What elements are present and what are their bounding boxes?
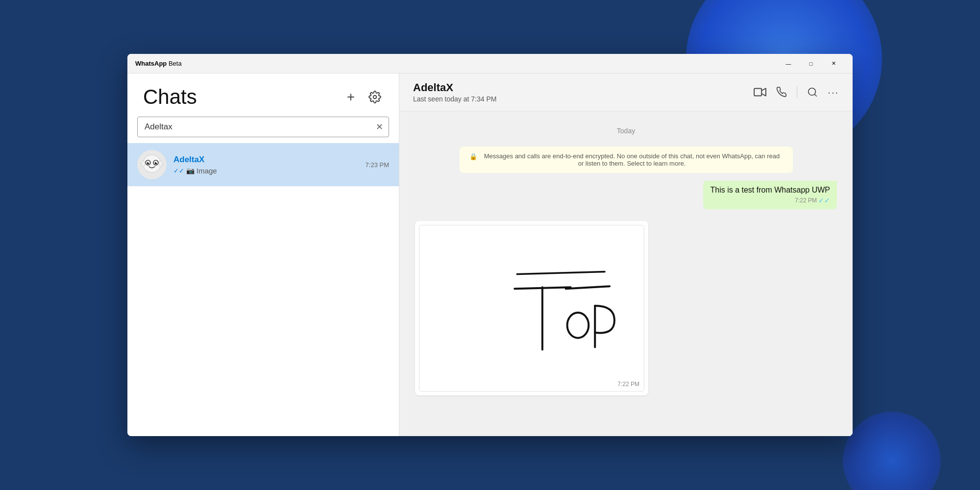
message-read-icon: ✓✓ <box>818 196 830 204</box>
svg-point-0 <box>373 96 377 99</box>
more-icon: ··· <box>828 87 839 98</box>
content-area: Chats + ✕ <box>127 74 853 436</box>
chat-header-name: AdeltaX <box>413 81 754 94</box>
svg-point-8 <box>156 162 157 163</box>
encryption-notice[interactable]: 🔒 Messages and calls are end-to-end encr… <box>460 147 793 173</box>
settings-button[interactable] <box>367 89 383 105</box>
chat-name: AdeltaX <box>173 155 359 165</box>
title-bar-text: WhatsApp Beta <box>135 60 777 67</box>
message-text: This is a test from Whatsapp UWP <box>710 186 830 195</box>
chat-header-status: Last seen today at 7:34 PM <box>413 95 754 103</box>
chat-header-info: AdeltaX Last seen today at 7:34 PM <box>413 81 754 103</box>
svg-point-10 <box>159 161 163 167</box>
image-time: 7:22 PM <box>615 380 641 389</box>
double-check-icon: ✓✓ <box>173 167 184 174</box>
date-divider: Today <box>415 127 837 135</box>
video-icon <box>754 87 766 98</box>
chat-list-item[interactable]: AdeltaX ✓✓ 📷 Image 7:23 PM <box>127 143 399 186</box>
chat-time: 7:23 PM <box>366 161 389 169</box>
search-icon <box>807 87 818 98</box>
outgoing-message: This is a test from Whatsapp UWP 7:22 PM… <box>415 181 837 209</box>
chat-header-actions: ··· <box>754 86 839 98</box>
avatar <box>137 150 167 179</box>
image-canvas <box>419 225 644 392</box>
lock-icon: 🔒 <box>469 153 477 160</box>
incoming-image-message: 7:22 PM <box>415 221 837 395</box>
app-window: WhatsApp Beta — □ ✕ Chats + <box>127 54 853 436</box>
messages-area[interactable]: Today 🔒 Messages and calls are end-to-en… <box>399 111 853 436</box>
encryption-text: Messages and calls are end-to-end encryp… <box>481 152 783 167</box>
svg-rect-14 <box>419 225 643 391</box>
message-bubble-out: This is a test from Whatsapp UWP 7:22 PM… <box>703 181 837 209</box>
svg-point-7 <box>148 162 149 163</box>
new-chat-button[interactable]: + <box>345 87 357 107</box>
search-box: ✕ <box>137 117 389 137</box>
header-divider <box>797 86 797 98</box>
chat-info: AdeltaX ✓✓ 📷 Image <box>173 155 359 175</box>
search-button[interactable] <box>807 87 818 98</box>
chat-header: AdeltaX Last seen today at 7:34 PM <box>399 74 853 111</box>
gear-icon <box>368 91 381 103</box>
minimize-button[interactable]: — <box>777 56 800 72</box>
search-clear-button[interactable]: ✕ <box>376 122 383 132</box>
camera-icon: 📷 <box>186 167 195 174</box>
app-subtitle: Beta <box>169 60 182 67</box>
image-bubble: 7:22 PM <box>415 221 648 395</box>
sidebar-header: Chats + <box>127 74 399 117</box>
svg-rect-11 <box>754 88 761 96</box>
phone-call-button[interactable] <box>776 87 787 98</box>
more-options-button[interactable]: ··· <box>828 87 839 98</box>
phone-icon <box>776 87 787 98</box>
chat-panel: AdeltaX Last seen today at 7:34 PM <box>399 74 853 436</box>
sidebar-actions: + <box>345 87 383 107</box>
sidebar: Chats + ✕ <box>127 74 399 436</box>
svg-point-9 <box>141 161 145 167</box>
message-time: 7:22 PM ✓✓ <box>710 196 830 204</box>
chat-preview: ✓✓ 📷 Image <box>173 167 359 175</box>
video-call-button[interactable] <box>754 87 766 98</box>
title-bar: WhatsApp Beta — □ ✕ <box>127 54 853 74</box>
chats-title: Chats <box>143 85 197 109</box>
window-controls: — □ ✕ <box>777 56 845 72</box>
app-name: WhatsApp <box>135 60 167 67</box>
svg-line-13 <box>815 94 817 96</box>
maximize-button[interactable]: □ <box>800 56 822 72</box>
search-input[interactable] <box>137 117 389 137</box>
close-button[interactable]: ✕ <box>822 56 845 72</box>
